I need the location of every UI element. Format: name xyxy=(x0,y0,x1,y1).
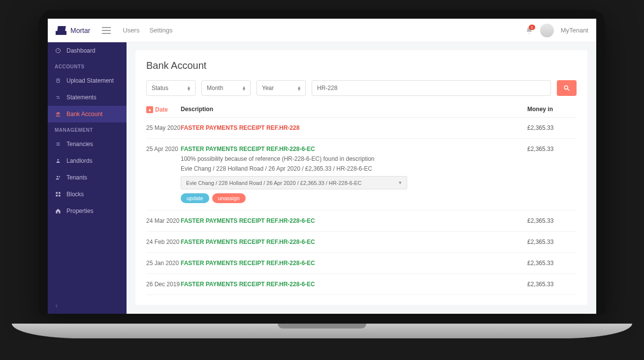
chevron-down-icon: ▾ xyxy=(399,180,402,186)
row-description: FASTER PAYMENTS RECEIPT REF.HR-228-6-EC1… xyxy=(181,146,527,203)
sort-asc-icon: ▴ xyxy=(146,106,153,113)
row-money-in: £2,365.33 xyxy=(527,281,577,288)
svg-point-9 xyxy=(59,176,60,178)
sidebar-item-blocks[interactable]: Blocks xyxy=(48,186,127,203)
svg-rect-11 xyxy=(59,192,61,194)
sidebar-item-label: Tenancies xyxy=(66,141,93,148)
table-row: 24 Mar 2020FASTER PAYMENTS RECEIPT REF.H… xyxy=(146,210,577,232)
sidebar-item-landlords[interactable]: Landlords xyxy=(48,152,127,169)
home-icon xyxy=(55,208,62,214)
filter-bar: Status ▴▾ Month ▴▾ Year ▴▾ HR-228 xyxy=(146,80,577,96)
column-money-in: Money in xyxy=(527,106,577,113)
transaction-title[interactable]: FASTER PAYMENTS RECEIPT REF.HR-228-6-EC xyxy=(181,281,527,288)
logo[interactable]: Mortar xyxy=(56,26,90,35)
sidebar-item-label: Blocks xyxy=(66,191,84,198)
sidebar-item-label: Dashboard xyxy=(66,47,96,54)
row-description: FASTER PAYMENTS RECEIPT REF.HR-228-6-EC xyxy=(181,217,527,224)
user-icon xyxy=(55,158,62,164)
sidebar-item-label: Properties xyxy=(66,208,94,214)
table-header: ▴ Date Description Money in xyxy=(146,106,577,118)
bank-icon xyxy=(55,111,62,117)
transaction-title[interactable]: FASTER PAYMENTS RECEIPT REF.HR-228-6-EC xyxy=(181,239,527,245)
row-money-in: £2,365.33 xyxy=(527,124,577,131)
row-description: FASTER PAYMENTS RECEIPT REF.HR-228-6-EC xyxy=(181,260,527,267)
sort-date-button[interactable]: ▴ Date xyxy=(146,106,168,113)
sidebar-item-tenants[interactable]: Tenants xyxy=(48,169,127,186)
month-select[interactable]: Month ▴▾ xyxy=(201,80,251,96)
username[interactable]: MyTenant xyxy=(561,27,588,34)
users-icon xyxy=(55,175,62,180)
assignment-select[interactable]: Evie Chang / 228 Holland Road / 26 Apr 2… xyxy=(181,176,407,189)
sidebar-item-dashboard[interactable]: Dashboard xyxy=(48,42,127,59)
dashboard-icon xyxy=(55,48,62,54)
table-row: 25 Jan 2020FASTER PAYMENTS RECEIPT REF.H… xyxy=(146,253,577,274)
row-date: 25 Jan 2020 xyxy=(146,260,181,267)
svg-point-7 xyxy=(58,159,59,161)
match-detail: Evie Chang / 228 Holland Road / 26 Apr 2… xyxy=(181,165,527,172)
transaction-title[interactable]: FASTER PAYMENTS RECEIPT REF.HR-228-6-EC xyxy=(181,146,527,152)
sidebar-item-label: Tenants xyxy=(66,174,87,181)
logo-text: Mortar xyxy=(70,27,90,34)
transaction-title[interactable]: FASTER PAYMENTS RECEIPT REF.HR-228 xyxy=(181,124,527,131)
avatar[interactable] xyxy=(540,24,554,37)
transaction-title[interactable]: FASTER PAYMENTS RECEIPT REF.HR-228-6-EC xyxy=(181,217,527,224)
svg-point-8 xyxy=(57,176,58,178)
row-date: 25 May 2020 xyxy=(146,124,181,131)
row-description: FASTER PAYMENTS RECEIPT REF.HR-228-6-EC xyxy=(181,281,527,288)
sidebar-item-properties[interactable]: Properties xyxy=(48,203,127,219)
match-explanation: 100% possibility because of reference (H… xyxy=(181,155,527,162)
table-row: 24 Feb 2020FASTER PAYMENTS RECEIPT REF.H… xyxy=(146,232,577,253)
sidebar-item-label: Statements xyxy=(66,94,97,101)
main-content: Bank Account Status ▴▾ Month ▴▾ Year ▴▾ xyxy=(127,42,596,314)
transfer-icon xyxy=(55,95,62,100)
table-row: 25 Apr 2020FASTER PAYMENTS RECEIPT REF.H… xyxy=(146,139,577,210)
sidebar-item-label: Bank Account xyxy=(66,111,102,118)
table-row: 26 Dec 2019FASTER PAYMENTS RECEIPT REF.H… xyxy=(146,274,577,295)
chevron-updown-icon: ▴▾ xyxy=(298,86,300,90)
chevron-updown-icon: ▴▾ xyxy=(188,86,190,90)
nav-users[interactable]: Users xyxy=(123,27,139,34)
document-icon xyxy=(55,78,62,84)
grid-icon xyxy=(55,191,62,197)
top-nav: Users Settings xyxy=(123,27,172,34)
row-money-in: £2,365.33 xyxy=(527,260,577,267)
sidebar-item-label: Landlords xyxy=(66,157,93,164)
svg-rect-13 xyxy=(59,195,61,197)
svg-rect-12 xyxy=(56,195,58,197)
row-description: FASTER PAYMENTS RECEIPT REF.HR-228 xyxy=(181,124,527,131)
table-row: 25 May 2020FASTER PAYMENTS RECEIPT REF.H… xyxy=(146,118,577,139)
logo-icon xyxy=(56,26,68,35)
transaction-title[interactable]: FASTER PAYMENTS RECEIPT REF.HR-228-6-EC xyxy=(181,260,527,267)
row-money-in: £2,365.33 xyxy=(527,239,577,245)
chevron-updown-icon: ▴▾ xyxy=(243,86,245,90)
row-date: 25 Apr 2020 xyxy=(146,146,181,203)
row-date: 24 Mar 2020 xyxy=(146,217,181,224)
column-description: Description xyxy=(181,106,527,113)
search-input[interactable]: HR-228 xyxy=(312,80,551,96)
svg-point-14 xyxy=(564,86,568,89)
sidebar-item-tenancies[interactable]: Tenancies xyxy=(48,136,127,152)
svg-rect-10 xyxy=(56,192,58,194)
search-button[interactable] xyxy=(557,80,577,96)
sidebar-item-statements[interactable]: Statements xyxy=(48,89,127,106)
sidebar-item-upload-statement[interactable]: Upload Statement xyxy=(48,72,127,89)
row-money-in: £2,365.33 xyxy=(527,146,577,203)
notification-badge: 1 xyxy=(529,25,535,30)
menu-toggle-icon[interactable] xyxy=(102,27,111,34)
sidebar-item-label: Upload Statement xyxy=(66,77,114,84)
status-select[interactable]: Status ▴▾ xyxy=(146,80,195,96)
row-money-in: £2,365.33 xyxy=(527,217,577,224)
nav-settings[interactable]: Settings xyxy=(149,27,172,34)
unassign-button[interactable]: unassign xyxy=(212,193,246,203)
list-icon xyxy=(55,142,62,147)
page-title: Bank Account xyxy=(146,60,577,71)
sidebar-item-bank-account[interactable]: Bank Account xyxy=(48,106,127,122)
sidebar-collapse-button[interactable] xyxy=(48,298,127,314)
year-select[interactable]: Year ▴▾ xyxy=(257,80,306,96)
notifications-button[interactable]: 1 xyxy=(525,27,533,34)
sidebar: Dashboard ACCOUNTS Upload Statement Stat… xyxy=(48,42,127,314)
topbar: Mortar Users Settings 1 MyTenant xyxy=(48,19,596,42)
update-button[interactable]: update xyxy=(181,193,209,203)
sidebar-section-accounts: ACCOUNTS xyxy=(48,59,127,72)
row-date: 26 Dec 2019 xyxy=(146,281,181,288)
